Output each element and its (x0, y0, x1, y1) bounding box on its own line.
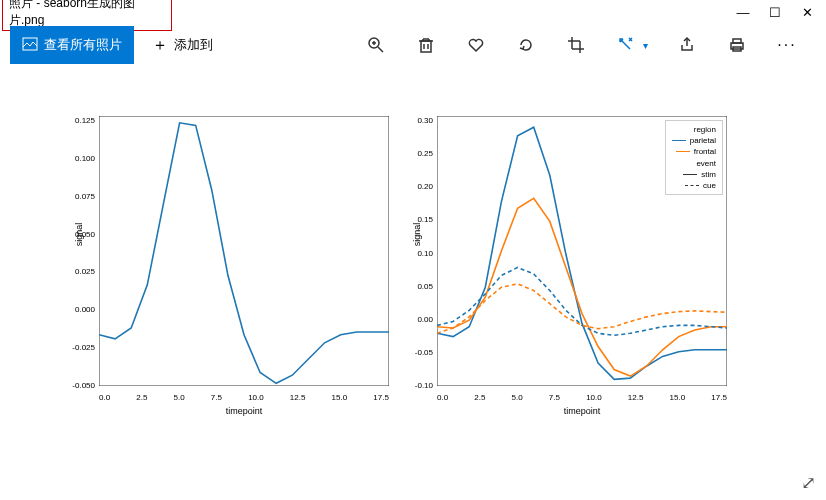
left-plot: 0.1250.1000.0750.0500.0250.000-0.025-0.0… (99, 116, 389, 390)
ytick: 0.20 (417, 182, 433, 191)
print-icon[interactable] (726, 34, 748, 56)
ylabel: signal (74, 223, 84, 247)
ytick: 0.30 (417, 116, 433, 125)
edit-icon[interactable] (615, 34, 637, 56)
image-viewport: 0.1250.1000.0750.0500.0250.000-0.025-0.0… (0, 66, 826, 390)
ytick: 0.05 (417, 282, 433, 291)
xtick: 7.5 (549, 393, 560, 402)
ytick: 0.125 (75, 116, 95, 125)
more-icon[interactable]: ··· (776, 34, 798, 56)
view-all-label: 查看所有照片 (44, 36, 122, 54)
legend-header: region (672, 124, 716, 135)
xtick: 5.0 (174, 393, 185, 402)
xtick: 0.0 (99, 393, 110, 402)
ytick: -0.05 (415, 348, 433, 357)
yticks: 0.300.250.200.150.100.050.00-0.05-0.10 (407, 116, 433, 390)
svg-rect-19 (99, 116, 389, 386)
legend-item: frontal (672, 146, 716, 157)
xtick: 10.0 (586, 393, 602, 402)
right-plot: 0.300.250.200.150.100.050.00-0.05-0.10 0… (437, 116, 727, 390)
ytick: 0.025 (75, 267, 95, 276)
ytick: 0.25 (417, 149, 433, 158)
titlebar: 照片 - seaborn生成的图片.png — ☐ ✕ (0, 0, 826, 24)
ytick: 0.00 (417, 315, 433, 324)
xtick: 15.0 (332, 393, 348, 402)
ytick: -0.050 (72, 381, 95, 390)
maximize-button[interactable]: ☐ (768, 5, 782, 20)
yticks: 0.1250.1000.0750.0500.0250.000-0.025-0.0… (69, 116, 95, 390)
add-to-button[interactable]: ＋ 添加到 (144, 26, 221, 64)
xlabel: timepoint (226, 406, 263, 416)
legend: regionparietalfrontaleventstimcue (665, 120, 723, 195)
xtick: 7.5 (211, 393, 222, 402)
legend-item: stim (672, 169, 716, 180)
share-icon[interactable] (676, 34, 698, 56)
svg-line-2 (378, 47, 383, 52)
plus-icon: ＋ (152, 35, 168, 56)
xtick: 12.5 (290, 393, 306, 402)
favorite-icon[interactable] (465, 34, 487, 56)
xlabel: timepoint (564, 406, 601, 416)
svg-rect-5 (421, 41, 431, 52)
legend-header: event (672, 158, 716, 169)
xticks: 0.02.55.07.510.012.515.017.5 (99, 393, 389, 402)
ylabel: signal (412, 223, 422, 247)
xtick: 0.0 (437, 393, 448, 402)
chevron-down-icon[interactable]: ▾ (643, 40, 648, 51)
gallery-icon (22, 36, 38, 55)
xtick: 12.5 (628, 393, 644, 402)
view-all-photos-button[interactable]: 查看所有照片 (10, 26, 134, 64)
xtick: 17.5 (711, 393, 727, 402)
toolbar: 查看所有照片 ＋ 添加到 ▾ ··· (0, 24, 826, 66)
rotate-icon[interactable] (515, 34, 537, 56)
delete-icon[interactable] (415, 34, 437, 56)
ytick: 0.10 (417, 249, 433, 258)
ytick: 0.000 (75, 305, 95, 314)
add-to-label: 添加到 (174, 36, 213, 54)
ytick: -0.025 (72, 343, 95, 352)
close-button[interactable]: ✕ (800, 5, 814, 20)
ytick: 0.075 (75, 192, 95, 201)
ytick: -0.10 (415, 381, 433, 390)
zoom-icon[interactable] (365, 34, 387, 56)
xtick: 17.5 (373, 393, 389, 402)
plot-svg (99, 116, 389, 386)
svg-rect-17 (733, 39, 741, 43)
xtick: 10.0 (248, 393, 264, 402)
xtick: 5.0 (512, 393, 523, 402)
xtick: 2.5 (136, 393, 147, 402)
crop-icon[interactable] (565, 34, 587, 56)
resize-handle-icon[interactable]: ⤢ (801, 472, 816, 494)
xtick: 2.5 (474, 393, 485, 402)
xticks: 0.02.55.07.510.012.515.017.5 (437, 393, 727, 402)
legend-item: parietal (672, 135, 716, 146)
xtick: 15.0 (670, 393, 686, 402)
legend-item: cue (672, 180, 716, 191)
window-controls: — ☐ ✕ (736, 5, 820, 20)
minimize-button[interactable]: — (736, 5, 750, 20)
ytick: 0.100 (75, 154, 95, 163)
